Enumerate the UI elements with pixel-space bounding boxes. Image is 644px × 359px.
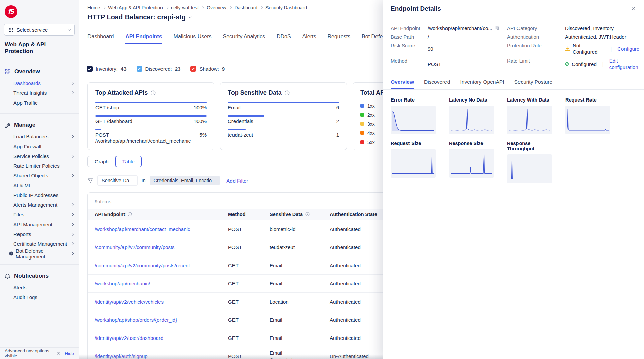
column-label: Sensitive Data xyxy=(270,212,303,217)
panel-tab-overview[interactable]: Overview xyxy=(391,79,414,89)
field-label: Protection Rule xyxy=(507,42,565,55)
add-filter-button[interactable]: Add Filter xyxy=(226,178,248,184)
edit-configuration-link[interactable]: Edit configuration xyxy=(609,57,640,70)
tab-ddos[interactable]: DDoS xyxy=(277,34,291,44)
service-selector[interactable]: Select service xyxy=(4,24,75,36)
chevron-right-icon xyxy=(71,242,74,246)
bot-defense-icon xyxy=(9,251,14,256)
sidebar-item-ai-ml[interactable]: AI & ML xyxy=(0,181,79,190)
sidebar-item-shared-objects[interactable]: Shared Objects xyxy=(0,171,79,181)
grid-dots-icon xyxy=(8,27,13,32)
sidebar-item-label: AI & ML xyxy=(13,183,73,188)
overview-grid-icon xyxy=(5,69,11,75)
tab-alerts[interactable]: Alerts xyxy=(302,34,316,44)
sidebar-item-alerts[interactable]: Alerts xyxy=(0,283,79,292)
sidebar-item-dashboards[interactable]: Dashboards xyxy=(0,78,79,88)
panel-tab-inventory-openapi[interactable]: Inventory OpenAPI xyxy=(460,79,504,89)
endpoint-link[interactable]: /identity/api/v2/vehicle/vehicles xyxy=(95,299,228,305)
sidebar-item-certificate-management[interactable]: Certificate Management xyxy=(0,239,79,249)
card-title: Top Sensitive Data xyxy=(228,89,282,96)
sidebar-section-notifications: Notifications xyxy=(0,265,79,279)
sidebar-item-threat-insights[interactable]: Threat Insights xyxy=(0,88,79,98)
info-icon[interactable] xyxy=(285,90,290,95)
sidebar-item-audit-logs[interactable]: Audit Logs xyxy=(0,292,79,302)
sensitive-cell: biometric-id xyxy=(270,226,330,232)
breadcrumb-item[interactable]: Dashboard xyxy=(235,5,258,10)
tab-malicious-users[interactable]: Malicious Users xyxy=(174,34,212,44)
checkbox-count: 43 xyxy=(121,66,127,72)
chevron-right-icon xyxy=(71,203,74,207)
sidebar-item-load-balancers[interactable]: Load Balancers xyxy=(0,132,79,142)
checkbox-inventory[interactable]: Inventory: 43 xyxy=(87,66,127,72)
tab-security-analytics[interactable]: Security Analytics xyxy=(223,34,265,44)
sidebar-item-label: API Management xyxy=(13,222,71,227)
product-title: Web App & API Protection xyxy=(5,41,74,55)
tab-api-endpoints[interactable]: API Endpoints xyxy=(125,34,162,44)
bar xyxy=(95,102,207,103)
checkbox-discovered[interactable]: Discovered: 23 xyxy=(137,66,181,72)
breadcrumb-item[interactable]: Web App & API Protection xyxy=(108,5,163,10)
top-sensitive-data-card: Top Sensitive Data Email 6 Credentials 2… xyxy=(220,82,347,150)
column-label: Authentication State xyxy=(330,212,377,217)
tab-requests[interactable]: Requests xyxy=(328,34,351,44)
breadcrumb-item[interactable]: nelly-waf-test xyxy=(171,5,199,10)
sidebar-item-label: Alerts Management xyxy=(13,202,71,208)
sidebar-item-reports[interactable]: Reports xyxy=(0,229,79,239)
endpoint-link[interactable]: /workshop/api/merchant/contact_mechanic xyxy=(95,226,228,232)
close-button[interactable] xyxy=(631,6,636,11)
bar-value: 1 xyxy=(336,132,339,138)
breadcrumb-home[interactable]: Home xyxy=(87,5,100,10)
field-value: Discovered, Inventory xyxy=(565,25,639,31)
api-endpoint-value: /workshop/api/merchant/co... xyxy=(428,25,507,31)
panel-tab-security-posture[interactable]: Security Posture xyxy=(514,79,552,89)
endpoint-link[interactable]: /workshop/api/mechanic/ xyxy=(95,281,228,286)
sidebar-item-service-policies[interactable]: Service Policies xyxy=(0,151,79,161)
filter-funnel-icon xyxy=(87,178,93,184)
endpoint-link[interactable]: /community/api/v2/community/posts/recent xyxy=(95,263,228,268)
bar-value: 6 xyxy=(336,105,339,110)
filter-value-chip[interactable]: Credentials, Email, Locatio... xyxy=(150,176,220,185)
title-dropdown-icon[interactable] xyxy=(188,15,192,18)
panel-tab-discovered[interactable]: Discovered xyxy=(424,79,450,89)
f5-logo[interactable]: f5 xyxy=(5,5,17,18)
breadcrumb-current[interactable]: Security Dashboard xyxy=(265,5,307,10)
sidebar-item-alerts-management[interactable]: Alerts Management xyxy=(0,200,79,210)
info-icon[interactable] xyxy=(57,351,60,356)
endpoint-link[interactable]: /community/api/v2/community/posts xyxy=(95,244,228,250)
checkbox-shadow[interactable]: Shadow: 9 xyxy=(190,66,225,72)
endpoint-link[interactable]: /identity/api/v2/user/dashboard xyxy=(95,335,228,341)
sidebar-item-rate-limiter-policies[interactable]: Rate Limiter Policies xyxy=(0,161,79,171)
copy-icon[interactable] xyxy=(495,26,500,31)
bar-row: GET /dashboard 100% xyxy=(95,115,207,124)
endpoint-link[interactable]: /workshop/api/shop/orders/{order_id} xyxy=(95,317,228,323)
bar-row: POST /workshop/api/merchant/contact_mech… xyxy=(95,129,207,144)
tab-dashboard[interactable]: Dashboard xyxy=(87,34,114,44)
section-label: Notifications xyxy=(14,273,49,279)
info-icon[interactable] xyxy=(128,212,132,216)
sidebar-item-api-management[interactable]: API Management xyxy=(0,220,79,229)
filter-field-chip[interactable]: Sensitive Da... xyxy=(97,175,138,186)
table-view-button[interactable]: Table xyxy=(115,156,142,167)
bar-value: 2 xyxy=(336,118,339,124)
graph-view-button[interactable]: Graph xyxy=(87,156,116,167)
sidebar-item-app-traffic[interactable]: App Traffic xyxy=(0,98,79,108)
breadcrumb-item[interactable]: Overview xyxy=(207,5,226,10)
sidebar-item-public-ip-addresses[interactable]: Public IP Addresses xyxy=(0,190,79,200)
bar-row: Email 6 xyxy=(228,102,339,110)
bar-label: Email xyxy=(228,105,241,110)
sidebar-item-label: Threat Insights xyxy=(13,90,71,96)
sidebar-item-bot-defense-management[interactable]: Bot Defense Management xyxy=(0,249,79,258)
sidebar-item-files[interactable]: Files xyxy=(0,210,79,220)
info-icon[interactable] xyxy=(151,90,156,95)
field-label: API Endpoint xyxy=(391,25,428,31)
legend-label: 3xx xyxy=(367,121,375,127)
configure-link[interactable]: Configure xyxy=(617,46,639,52)
hide-nav-button[interactable]: Hide xyxy=(65,351,74,356)
info-icon[interactable] xyxy=(305,212,310,216)
sidebar-item-label: Audit Logs xyxy=(13,294,73,300)
field-label: API Category xyxy=(507,25,565,31)
checkbox-label: Inventory: xyxy=(96,66,118,72)
method-cell: GET xyxy=(228,317,270,323)
sidebar-item-label: Public IP Addresses xyxy=(13,192,73,198)
sidebar-item-app-firewall[interactable]: App Firewall xyxy=(0,142,79,151)
